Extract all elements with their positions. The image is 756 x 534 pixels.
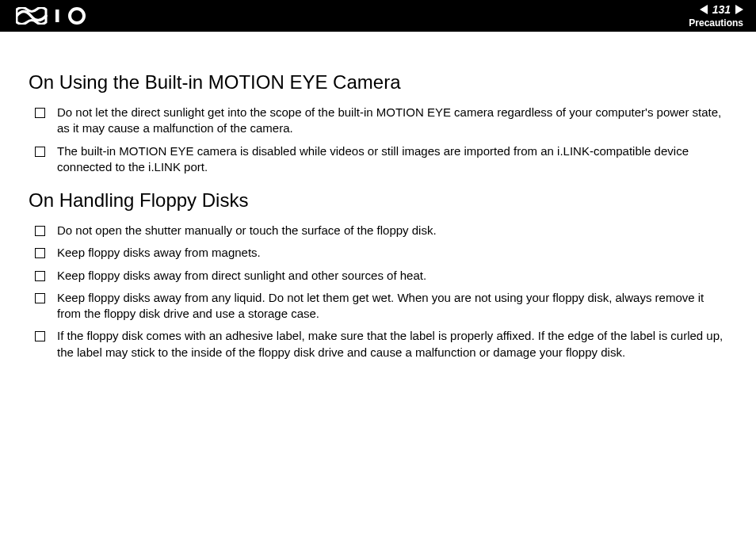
list-item: Keep floppy disks away from magnets. xyxy=(29,245,727,261)
svg-rect-0 xyxy=(55,10,59,22)
list-item: Do not let the direct sunlight get into … xyxy=(29,105,727,137)
prev-page-arrow-icon[interactable] xyxy=(700,5,708,14)
section2-title: On Handling Floppy Disks xyxy=(29,189,727,212)
section1-list: Do not let the direct sunlight get into … xyxy=(29,105,727,175)
vaio-logo xyxy=(16,0,92,32)
list-item: Keep floppy disks away from direct sunli… xyxy=(29,268,727,284)
pager: 131 xyxy=(700,3,743,16)
list-item: Do not open the shutter manually or touc… xyxy=(29,223,727,238)
section2-list: Do not open the shutter manually or touc… xyxy=(29,223,727,360)
vaio-logo-svg xyxy=(16,7,92,25)
next-page-arrow-icon[interactable] xyxy=(735,5,743,14)
list-item: Keep floppy disks away from any liquid. … xyxy=(29,290,727,322)
list-item: The built-in MOTION EYE camera is disabl… xyxy=(29,143,727,176)
list-item: If the floppy disk comes with an adhesiv… xyxy=(29,328,727,360)
section1-title: On Using the Built-in MOTION EYE Camera xyxy=(29,71,727,93)
header-bar: 131 Precautions xyxy=(0,0,756,32)
header-right: 131 Precautions xyxy=(689,0,743,32)
svg-point-1 xyxy=(70,9,84,23)
section-label: Precautions xyxy=(689,17,743,29)
page-body: On Using the Built-in MOTION EYE Camera … xyxy=(0,32,756,360)
page-number: 131 xyxy=(711,3,732,16)
